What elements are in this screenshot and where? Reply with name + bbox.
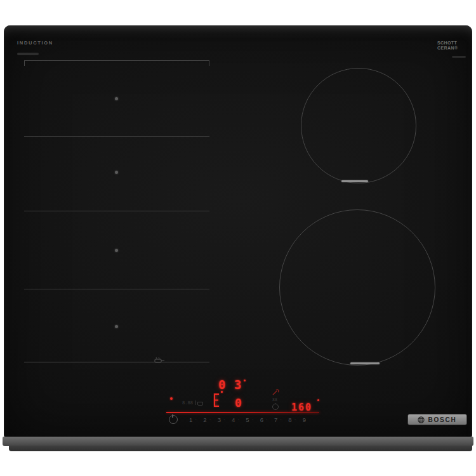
flex-zone-divider xyxy=(24,289,209,289)
flex-zone-top-line xyxy=(24,60,209,61)
cooking-time-icon[interactable] xyxy=(272,389,280,396)
cooking-zone-top xyxy=(301,68,416,183)
power-slider-track[interactable] xyxy=(166,412,319,413)
front-trim-lower xyxy=(9,446,472,451)
zone-select-dot xyxy=(221,391,223,393)
flex-zone-indicator-icon xyxy=(213,393,220,407)
schott-line: SCHOTT xyxy=(437,41,468,46)
induction-subtext-smudge xyxy=(17,53,39,55)
ghost-legend: 8.88 xyxy=(182,400,203,406)
flex-zone-marker-dot xyxy=(115,249,118,252)
ceran-line: CERAN® xyxy=(437,46,468,51)
cooking-zone-bottom xyxy=(279,209,435,366)
power-button[interactable] xyxy=(169,415,178,424)
right-zone-level-display[interactable]: 3 xyxy=(234,378,241,392)
zone-position-mark xyxy=(341,180,368,182)
flex-zone-corner-tick xyxy=(24,60,25,66)
zone-select-dot xyxy=(244,380,246,381)
power-level-key[interactable]: 8 xyxy=(288,416,291,423)
flex-zone-corner-tick xyxy=(209,60,209,66)
flex-zone-marker-dot xyxy=(115,325,118,328)
power-level-key[interactable]: 7 xyxy=(274,416,277,423)
pause-pan-icon xyxy=(197,402,203,406)
power-level-key[interactable]: 6 xyxy=(260,416,263,423)
flex-zone-bottom-level-display[interactable]: 0 xyxy=(235,396,242,409)
flex-zone-divider xyxy=(24,211,209,211)
flex-zone-marker-dot xyxy=(115,97,118,100)
pan-icon xyxy=(152,356,165,365)
power-level-key[interactable]: 3 xyxy=(218,416,221,423)
timer-select-dot xyxy=(317,399,319,401)
timer-ghost-segments: 88 xyxy=(272,397,277,402)
legend-segments: 8.88 xyxy=(182,400,193,406)
bosch-armature-icon xyxy=(418,416,425,423)
bosch-logo-text: BOSCH xyxy=(428,416,456,423)
zone-position-mark xyxy=(350,362,380,364)
power-level-key[interactable]: 9 xyxy=(303,416,306,423)
legend-divider xyxy=(195,400,195,405)
front-trim-upper xyxy=(3,437,473,446)
power-level-row: 1 2 3 4 5 6 7 8 9 xyxy=(189,416,306,423)
power-level-key[interactable]: 5 xyxy=(246,416,249,423)
bosch-badge: BOSCH xyxy=(408,414,466,425)
schott-ceran-label: SCHOTT CERAN® xyxy=(437,41,468,51)
schott-subtext-smudge xyxy=(452,56,466,58)
power-level-key[interactable]: 4 xyxy=(232,416,235,423)
status-indicator-dot xyxy=(170,397,173,400)
power-level-key[interactable]: 1 xyxy=(189,416,192,423)
power-level-key[interactable]: 2 xyxy=(203,416,206,423)
product-photo: INDUCTION SCHOTT CERAN® 0 3 0 xyxy=(0,0,476,476)
flex-zone-level-display[interactable]: 0 xyxy=(218,378,225,392)
flex-zone-divider xyxy=(24,136,209,137)
flex-zone-bottom-line xyxy=(24,362,209,362)
flex-zone-marker-dot xyxy=(115,171,118,174)
induction-label: INDUCTION xyxy=(17,40,53,46)
kitchen-timer-icon[interactable] xyxy=(272,404,279,410)
